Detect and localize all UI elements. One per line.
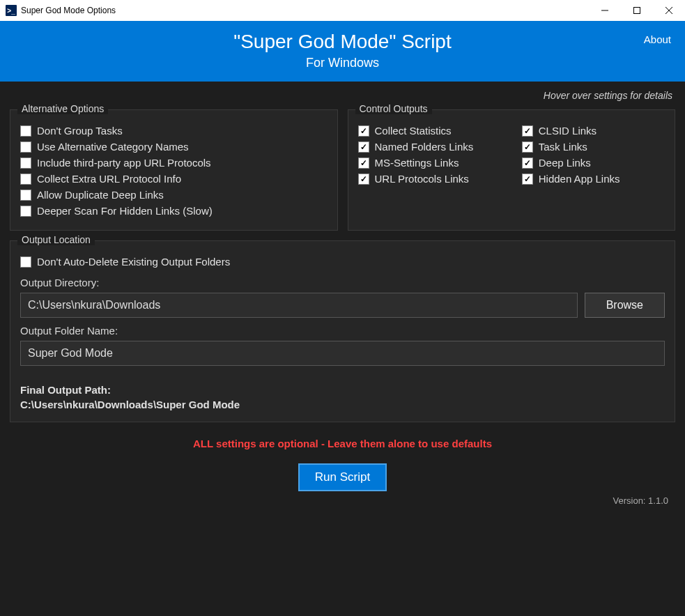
checkbox-label: MS-Settings Links (375, 157, 459, 169)
checkbox-icon (522, 141, 533, 153)
output-location-group: Output Location Don't Auto-Delete Existi… (10, 240, 675, 422)
group-legend: Control Outputs (355, 103, 432, 114)
alt-option-checkbox[interactable]: Use Alternative Category Names (20, 139, 328, 155)
alternative-options-group: Alternative Options Don't Group TasksUse… (10, 109, 338, 231)
browse-button[interactable]: Browse (585, 293, 665, 318)
output-directory-label: Output Directory: (20, 277, 665, 288)
checkbox-icon (358, 141, 369, 153)
run-script-button[interactable]: Run Script (298, 463, 387, 491)
version-label: Version: 1.1.0 (10, 491, 675, 506)
checkbox-label: Named Folders Links (375, 141, 474, 153)
titlebar: >_ Super God Mode Options (0, 0, 685, 21)
about-link[interactable]: About (644, 33, 671, 45)
header-banner: "Super God Mode" Script For Windows Abou… (0, 21, 685, 82)
checkbox-icon (358, 157, 369, 169)
app-title: "Super God Mode" Script (14, 31, 671, 53)
control-outputs-group: Control Outputs Collect StatisticsNamed … (348, 109, 676, 231)
close-button[interactable] (653, 0, 685, 21)
app-subtitle: For Windows (14, 56, 671, 70)
alt-option-checkbox[interactable]: Deeper Scan For Hidden Links (Slow) (20, 203, 328, 219)
checkbox-icon (20, 256, 31, 268)
hover-hint: Hover over settings for details (10, 90, 675, 101)
checkbox-label: Collect Extra URL Protocol Info (37, 173, 181, 185)
checkbox-icon (20, 190, 31, 201)
control-output-checkbox[interactable]: Collect Statistics (358, 123, 501, 139)
checkbox-label: Collect Statistics (375, 125, 452, 137)
svg-rect-1 (634, 8, 640, 14)
checkbox-icon (358, 125, 369, 137)
window-title: Super God Mode Options (21, 6, 116, 15)
checkbox-icon (20, 206, 31, 217)
checkbox-label: Hidden App Links (539, 173, 620, 185)
checkbox-label: Use Alternative Category Names (37, 141, 189, 153)
group-legend: Output Location (17, 234, 95, 245)
output-folder-input[interactable] (20, 341, 665, 366)
checkbox-icon (522, 157, 533, 169)
alt-option-checkbox[interactable]: Collect Extra URL Protocol Info (20, 171, 328, 187)
checkbox-label: Task Links (539, 141, 587, 153)
control-output-checkbox[interactable]: URL Protocols Links (358, 171, 501, 187)
alt-option-checkbox[interactable]: Don't Group Tasks (20, 123, 328, 139)
control-output-checkbox[interactable]: MS-Settings Links (358, 155, 501, 171)
control-output-checkbox[interactable]: Hidden App Links (522, 171, 665, 187)
minimize-button[interactable] (589, 0, 621, 21)
checkbox-label: CLSID Links (539, 125, 597, 137)
checkbox-icon (20, 125, 31, 137)
alt-option-checkbox[interactable]: Allow Duplicate Deep Links (20, 187, 328, 203)
checkbox-label: Don't Auto-Delete Existing Output Folder… (37, 256, 230, 268)
checkbox-label: Allow Duplicate Deep Links (37, 189, 164, 201)
final-output-path-label: Final Output Path: (20, 384, 665, 396)
output-directory-input[interactable] (20, 293, 578, 318)
powershell-icon: >_ (6, 5, 17, 16)
checkbox-label: Include third-party app URL Protocols (37, 157, 211, 169)
checkbox-icon (20, 141, 31, 153)
maximize-button[interactable] (621, 0, 653, 21)
output-folder-label: Output Folder Name: (20, 325, 665, 337)
control-output-checkbox[interactable]: Named Folders Links (358, 139, 501, 155)
checkbox-icon (522, 125, 533, 137)
settings-optional-warning: ALL settings are optional - Leave them a… (10, 438, 675, 449)
final-output-path-value: C:\Users\nkura\Downloads\Super God Mode (20, 399, 665, 410)
alt-option-checkbox[interactable]: Include third-party app URL Protocols (20, 155, 328, 171)
checkbox-icon (20, 157, 31, 169)
checkbox-icon (20, 174, 31, 185)
control-output-checkbox[interactable]: Deep Links (522, 155, 665, 171)
checkbox-label: Don't Group Tasks (37, 125, 123, 137)
checkbox-label: Deep Links (539, 157, 591, 169)
no-auto-delete-checkbox[interactable]: Don't Auto-Delete Existing Output Folder… (20, 254, 665, 270)
checkbox-icon (358, 174, 369, 185)
checkbox-label: Deeper Scan For Hidden Links (Slow) (37, 205, 213, 217)
group-legend: Alternative Options (17, 103, 108, 114)
checkbox-label: URL Protocols Links (375, 173, 469, 185)
control-output-checkbox[interactable]: Task Links (522, 139, 665, 155)
checkbox-icon (522, 174, 533, 185)
control-output-checkbox[interactable]: CLSID Links (522, 123, 665, 139)
